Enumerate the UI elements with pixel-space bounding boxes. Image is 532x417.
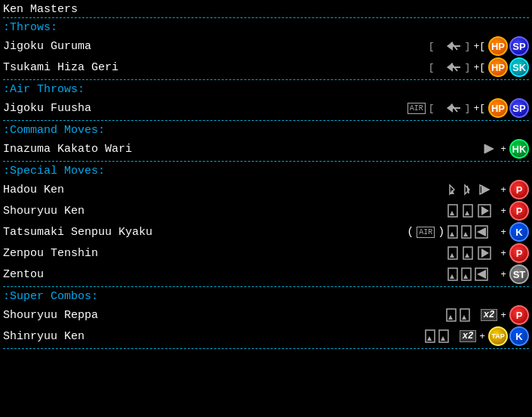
svg-marker-30 bbox=[465, 253, 469, 258]
super-combos-header: :Super Combos: bbox=[3, 290, 529, 303]
air-label: AIR bbox=[407, 103, 426, 114]
svg-marker-28 bbox=[450, 253, 454, 258]
plus-sign: + bbox=[500, 310, 506, 321]
move-inputs: [ ] +[ HP SK bbox=[429, 57, 529, 77]
plus-sign: + bbox=[479, 331, 485, 342]
bracket-open: [ bbox=[429, 62, 435, 73]
qcf-arrows bbox=[447, 181, 497, 198]
table-row: Shouryuu Ken + P bbox=[3, 200, 529, 221]
svg-marker-36 bbox=[463, 274, 468, 279]
move-inputs: + P bbox=[447, 180, 529, 199]
btn-tap: TAP bbox=[488, 326, 508, 346]
bottom-divider bbox=[3, 348, 529, 349]
table-row: Jigoku Guruma [ ] +[ HP SP bbox=[3, 36, 529, 57]
btn-hp: HP bbox=[488, 98, 508, 118]
svg-marker-24 bbox=[463, 232, 468, 236]
section-throws: :Throws: Jigoku Guruma [ ] +[ HP SP Tsuk… bbox=[3, 21, 529, 78]
btn-k: K bbox=[509, 222, 529, 242]
btn-p: P bbox=[509, 201, 529, 221]
qcf-arrows bbox=[447, 245, 497, 261]
svg-marker-32 bbox=[481, 249, 489, 258]
move-inputs: + P bbox=[447, 243, 529, 263]
move-name: Shinryuu Ken bbox=[3, 330, 85, 343]
move-inputs: [ ] +[ HP SP bbox=[429, 36, 529, 56]
paren-open: ( bbox=[407, 226, 414, 239]
paren-close: ) bbox=[438, 226, 444, 239]
plus-sign: + bbox=[500, 205, 506, 217]
svg-marker-44 bbox=[427, 336, 432, 341]
btn-sp: SP bbox=[509, 36, 529, 56]
table-row: Tsukami Hiza Geri [ ] +[ HP SK bbox=[3, 57, 529, 78]
forward-arrow bbox=[481, 141, 497, 157]
plus-sign: + bbox=[500, 248, 506, 259]
svg-marker-15 bbox=[481, 185, 489, 194]
divider-1 bbox=[3, 79, 529, 80]
table-row: Tatsumaki Senpuu Kyaku ( AIR ) + K bbox=[3, 221, 529, 242]
section-special-moves: :Special Moves: Hadou Ken + P Shouryuu K… bbox=[3, 165, 529, 285]
qcf-base-arrows bbox=[425, 328, 458, 344]
throw-arrows bbox=[436, 59, 463, 76]
move-inputs: ( AIR ) + K bbox=[407, 222, 529, 242]
svg-marker-22 bbox=[450, 232, 454, 236]
plus-sign: +[ bbox=[473, 103, 485, 114]
svg-marker-42 bbox=[462, 315, 466, 320]
move-name: Jigoku Guruma bbox=[3, 40, 91, 53]
top-divider bbox=[3, 17, 529, 18]
move-name: Shouryuu Ken bbox=[3, 205, 85, 218]
table-row: Jigoku Fuusha AIR [ ] +[ HP SP bbox=[3, 97, 529, 119]
move-name: Zenpou Tenshin bbox=[3, 247, 98, 260]
move-inputs: AIR [ ] +[ HP SP bbox=[407, 98, 529, 118]
bracket-close: ] bbox=[465, 103, 471, 114]
section-command-moves: :Command Moves: Inazuma Kakato Wari + HK bbox=[3, 124, 529, 159]
plus-sign: + bbox=[500, 144, 506, 155]
bracket-open: [ bbox=[429, 41, 435, 52]
qcf-base-arrows bbox=[446, 307, 479, 323]
table-row: Shouryuu Reppa x2 + P bbox=[3, 304, 529, 326]
btn-hk: HK bbox=[509, 139, 529, 159]
btn-k: K bbox=[509, 326, 529, 346]
svg-marker-40 bbox=[448, 315, 453, 320]
divider-3 bbox=[3, 161, 529, 162]
x2-label: x2 bbox=[460, 330, 476, 342]
special-moves-header: :Special Moves: bbox=[3, 165, 529, 178]
divider-4 bbox=[3, 286, 529, 287]
svg-marker-26 bbox=[477, 227, 486, 236]
bracket-close: ] bbox=[465, 62, 471, 73]
btn-p: P bbox=[509, 243, 529, 263]
qcf-arrows bbox=[447, 202, 497, 219]
table-row: Hadou Ken + P bbox=[3, 179, 529, 200]
move-name: Zentou bbox=[3, 268, 44, 281]
throws-header: :Throws: bbox=[3, 21, 529, 34]
move-name: Jigoku Fuusha bbox=[3, 102, 91, 115]
bracket-close: ] bbox=[465, 41, 471, 52]
x2-label: x2 bbox=[481, 309, 497, 321]
command-moves-header: :Command Moves: bbox=[3, 124, 529, 137]
qcb-arrows bbox=[447, 266, 497, 283]
svg-marker-18 bbox=[465, 211, 469, 215]
btn-hp: HP bbox=[488, 57, 508, 77]
btn-p: P bbox=[509, 305, 529, 325]
bracket-open: [ bbox=[429, 103, 435, 114]
svg-marker-16 bbox=[450, 211, 454, 215]
move-inputs: + ST bbox=[447, 264, 529, 284]
btn-st: ST bbox=[509, 264, 529, 284]
move-name: Shouryuu Reppa bbox=[3, 309, 98, 322]
svg-marker-20 bbox=[481, 206, 489, 215]
move-inputs: x2 + TAP K bbox=[425, 326, 529, 346]
section-super-combos: :Super Combos: Shouryuu Reppa x2 + P Shi… bbox=[3, 290, 529, 347]
move-name: Inazuma Kakato Wari bbox=[3, 143, 132, 156]
plus-sign: + bbox=[500, 184, 506, 196]
move-inputs: + HK bbox=[481, 139, 529, 159]
air-label: AIR bbox=[417, 227, 435, 238]
plus-sign: +[ bbox=[473, 41, 485, 52]
svg-marker-34 bbox=[450, 274, 454, 279]
move-inputs: + P bbox=[447, 201, 529, 221]
divider-2 bbox=[3, 120, 529, 121]
move-inputs: x2 + P bbox=[446, 305, 529, 325]
plus-sign: +[ bbox=[473, 62, 485, 73]
btn-p: P bbox=[509, 180, 529, 199]
table-row: Inazuma Kakato Wari + HK bbox=[3, 138, 529, 159]
table-row: Shinryuu Ken x2 + TAP K bbox=[3, 326, 529, 347]
btn-sk: SK bbox=[509, 57, 529, 77]
svg-marker-46 bbox=[441, 336, 445, 341]
